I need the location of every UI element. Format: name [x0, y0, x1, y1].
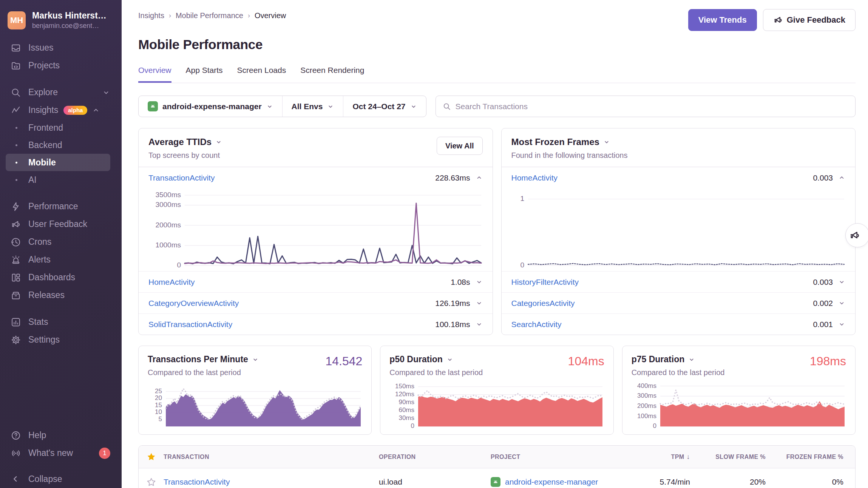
frozen-row[interactable]: CategoriesActivity 0.002 [502, 292, 856, 313]
sidebar-item-explore[interactable]: Explore [0, 83, 122, 101]
transaction-link[interactable]: HistoryFilterActivity [511, 278, 579, 287]
ttid-row[interactable]: HomeActivity 1.08s [139, 271, 493, 292]
column-header-project[interactable]: PROJECT [491, 454, 643, 460]
search-icon [11, 87, 21, 98]
chevron-down-icon [410, 103, 417, 110]
sidebar-item-whats-new[interactable]: What's new 1 [0, 444, 122, 462]
transaction-link[interactable]: HomeActivity [511, 173, 558, 182]
sidebar-item-help[interactable]: Help [0, 426, 122, 444]
date-range-selector[interactable]: Oct 24–Oct 27 [343, 96, 426, 117]
chevron-up-icon[interactable] [838, 174, 845, 181]
sidebar-item-projects[interactable]: Projects [0, 57, 122, 74]
project-selector[interactable]: android-expense-manager [139, 96, 282, 117]
sidebar-item-label: Collapse [28, 474, 62, 484]
metric-title-row[interactable]: p75 Duration [632, 354, 725, 364]
give-feedback-button[interactable]: Give Feedback [763, 9, 856, 31]
sidebar-collapse-button[interactable]: Collapse [0, 470, 122, 488]
ttid-row[interactable]: CategoryOverviewActivity 126.19ms [139, 292, 493, 313]
tab-overview[interactable]: Overview [138, 66, 171, 83]
sidebar-item-issues[interactable]: Issues [0, 39, 122, 57]
chevron-down-icon[interactable] [476, 321, 483, 328]
transaction-link[interactable]: SearchActivity [511, 320, 562, 329]
card-title: Average TTIDs [148, 137, 212, 147]
environment-selector[interactable]: All Envs [282, 96, 343, 117]
tab-app-starts[interactable]: App Starts [186, 66, 223, 83]
frozen-row[interactable]: SearchActivity 0.001 [502, 313, 856, 335]
sidebar-item-performance[interactable]: Performance [0, 198, 122, 215]
user-name: Markus Hinterst… [32, 11, 107, 21]
sidebar-item-insights[interactable]: Insights alpha [0, 101, 122, 119]
sidebar-item-releases[interactable]: Releases [0, 286, 122, 304]
ttid-row[interactable]: SolidTransactionActivity 100.18ms [139, 313, 493, 335]
svg-text:0: 0 [411, 422, 414, 428]
dashboards-icon [11, 272, 21, 283]
svg-text:120ms: 120ms [395, 391, 414, 398]
view-all-button[interactable]: View All [437, 137, 483, 155]
view-trends-button[interactable]: View Trends [688, 9, 757, 31]
chevron-down-icon [446, 356, 453, 363]
star-toggle[interactable] [139, 477, 164, 487]
sidebar-item-stats[interactable]: Stats [0, 313, 122, 331]
card-subtitle: Found in the following transactions [511, 151, 628, 160]
column-header-slow-frame[interactable]: SLOW FRAME % [701, 454, 776, 460]
sidebar-item-crons[interactable]: Crons [0, 233, 122, 251]
sidebar-item-settings[interactable]: Settings [0, 331, 122, 349]
chevron-up-icon[interactable] [476, 174, 483, 181]
column-header-users[interactable]: USERS [854, 454, 856, 460]
breadcrumb-mobile-performance[interactable]: Mobile Performance [176, 11, 243, 20]
transaction-link[interactable]: TransactionActivity [164, 477, 230, 486]
project-name: android-expense-manager [505, 477, 598, 486]
frozen-row[interactable]: HistoryFilterActivity 0.003 [502, 271, 856, 292]
transaction-link[interactable]: CategoriesActivity [511, 299, 575, 308]
transaction-link[interactable]: TransactionActivity [148, 173, 215, 182]
transaction-search[interactable] [436, 96, 856, 117]
starred-column-header[interactable] [139, 452, 164, 462]
sidebar-item-dashboards[interactable]: Dashboards [0, 269, 122, 286]
search-input[interactable] [456, 102, 848, 111]
chevron-down-icon[interactable] [838, 278, 845, 286]
project-link[interactable]: android-expense-manager [491, 477, 598, 487]
card-title-row[interactable]: Average TTIDs [148, 137, 222, 147]
row-value: 1.08s [451, 278, 470, 287]
svg-text:0: 0 [653, 422, 656, 428]
metric-title-row[interactable]: Transactions Per Minute [148, 354, 259, 364]
column-header-frozen-frame[interactable]: FROZEN FRAME % [776, 454, 854, 460]
tpm-area-chart: 252015105 [148, 382, 362, 428]
ttid-row-expanded[interactable]: TransactionActivity 228.63ms [139, 167, 493, 188]
bullet-dot [15, 144, 17, 146]
floating-feedback-button[interactable] [845, 223, 868, 247]
tab-screen-loads[interactable]: Screen Loads [237, 66, 286, 83]
sidebar-item-alerts[interactable]: Alerts [0, 251, 122, 269]
transaction-link[interactable]: SolidTransactionActivity [148, 320, 232, 329]
chevron-down-icon[interactable] [476, 300, 483, 307]
sidebar-item-frontend[interactable]: Frontend [0, 119, 122, 136]
operation-cell: ui.load [379, 477, 491, 486]
sidebar-item-label: What's new [28, 448, 73, 458]
stats-icon [11, 317, 21, 327]
card-subtitle: Top screens by count [148, 151, 222, 160]
chevron-down-icon[interactable] [476, 278, 483, 286]
column-header-transaction[interactable]: TRANSACTION [164, 454, 379, 460]
table-row: TransactionActivity ui.load android-expe… [139, 468, 855, 488]
svg-text:0: 0 [520, 261, 524, 267]
breadcrumb-insights[interactable]: Insights [138, 11, 164, 20]
sidebar-item-ai[interactable]: AI [0, 171, 122, 188]
card-title-row[interactable]: Most Frozen Frames [511, 137, 628, 147]
chevron-down-icon[interactable] [838, 300, 845, 307]
column-header-operation[interactable]: OPERATION [379, 454, 491, 460]
user-menu[interactable]: MH Markus Hinterst… benjamin.coe@sent… [0, 6, 122, 34]
sidebar-item-user-feedback[interactable]: User Feedback [0, 215, 122, 233]
tab-screen-rendering[interactable]: Screen Rendering [300, 66, 364, 83]
column-header-tpm[interactable]: TPM ↓ [643, 453, 701, 461]
chevron-down-icon[interactable] [838, 321, 845, 328]
sidebar-item-mobile[interactable]: Mobile [6, 154, 110, 171]
chevron-down-icon [266, 103, 273, 110]
users-cell: 8.1k [854, 477, 856, 486]
sidebar-item-label: AI [28, 175, 37, 185]
metric-title-row[interactable]: p50 Duration [389, 354, 483, 364]
transaction-link[interactable]: HomeActivity [148, 278, 195, 287]
transaction-link[interactable]: CategoryOverviewActivity [148, 299, 239, 308]
frozen-row-expanded[interactable]: HomeActivity 0.003 [502, 167, 856, 188]
whats-new-badge: 1 [99, 448, 110, 459]
sidebar-item-backend[interactable]: Backend [0, 136, 122, 154]
